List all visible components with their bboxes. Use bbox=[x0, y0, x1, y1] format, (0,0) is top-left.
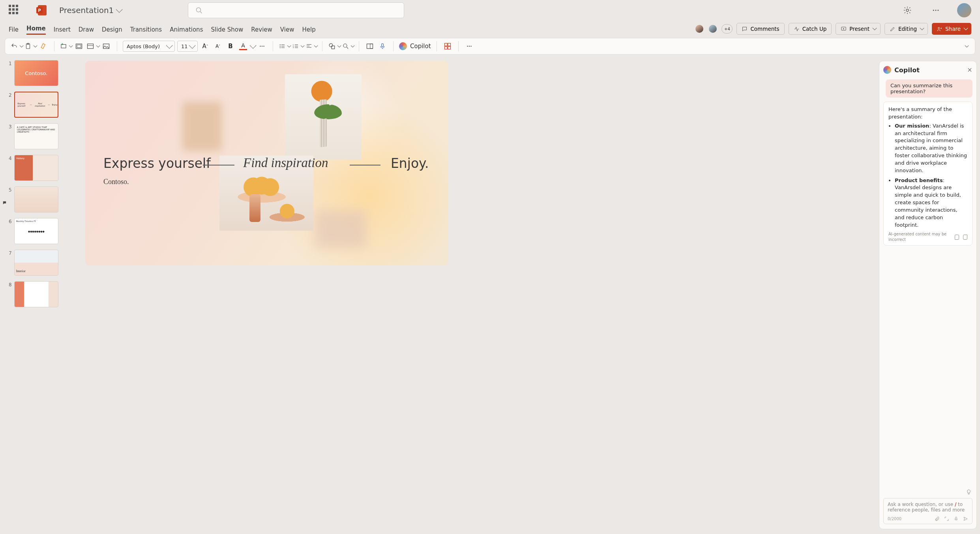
increase-font-button[interactable]: A˄ bbox=[200, 41, 210, 51]
svg-rect-30 bbox=[370, 44, 373, 49]
svg-point-19 bbox=[280, 44, 281, 45]
menu-transitions[interactable]: Transitions bbox=[130, 24, 162, 35]
grid-icon bbox=[444, 42, 452, 50]
chevron-down-icon bbox=[189, 42, 196, 49]
expand-button[interactable] bbox=[944, 516, 949, 521]
slide-thumbnail-pane: 1Contoso. 2Express yourself—Find inspira… bbox=[0, 56, 62, 534]
gear-icon bbox=[903, 6, 912, 15]
decrease-font-button[interactable]: A˅ bbox=[213, 41, 223, 51]
copilot-prompt-input[interactable]: Ask a work question, or use / to referen… bbox=[883, 498, 973, 524]
slide-thumbnail[interactable]: A CAFÉ & ART STUDIO THAT CELEBRATES CRAF… bbox=[14, 123, 58, 149]
document-title-dropdown[interactable]: Presentation1 bbox=[59, 6, 121, 15]
divider-line bbox=[350, 165, 380, 165]
slide-thumbnail[interactable] bbox=[14, 186, 58, 212]
bold-button[interactable]: B bbox=[225, 41, 236, 51]
menu-draw[interactable]: Draw bbox=[79, 24, 94, 35]
format-painter-button[interactable] bbox=[38, 41, 49, 51]
slide-thumbnail[interactable]: Contoso. bbox=[14, 60, 58, 86]
thumbs-down-button[interactable] bbox=[963, 235, 967, 240]
menu-file[interactable]: File bbox=[9, 24, 19, 35]
slide-heading[interactable]: Enjoy. bbox=[391, 156, 429, 171]
picture-button[interactable] bbox=[101, 41, 111, 51]
catchup-label: Catch Up bbox=[802, 26, 827, 32]
suggestions-button[interactable] bbox=[965, 487, 973, 496]
font-color-button[interactable]: A bbox=[238, 41, 248, 51]
send-button[interactable] bbox=[963, 516, 968, 521]
menu-review[interactable]: Review bbox=[251, 24, 272, 35]
collaborator-avatar[interactable] bbox=[708, 24, 718, 34]
search-input[interactable] bbox=[188, 2, 404, 18]
menu-home[interactable]: Home bbox=[26, 23, 46, 35]
slide-number: 1 bbox=[8, 60, 12, 86]
settings-button[interactable] bbox=[900, 3, 914, 17]
present-icon bbox=[841, 26, 847, 32]
chevron-down-icon[interactable] bbox=[250, 42, 257, 49]
chevron-down-icon bbox=[965, 43, 969, 47]
paste-button[interactable] bbox=[24, 41, 36, 51]
menu-insert[interactable]: Insert bbox=[54, 24, 71, 35]
ai-disclaimer: AI-generated content may be incorrect bbox=[888, 231, 951, 243]
svg-point-4 bbox=[935, 10, 937, 11]
svg-point-5 bbox=[937, 10, 939, 11]
svg-rect-29 bbox=[367, 44, 373, 49]
account-avatar[interactable] bbox=[957, 3, 971, 17]
align-button[interactable] bbox=[305, 41, 317, 51]
close-pane-button[interactable] bbox=[967, 67, 973, 73]
ai-bullet: Our mission: VanArsdel is an architectur… bbox=[895, 122, 967, 175]
slide-thumbnail[interactable]: Monthly Timeline FY●●●●●●●● bbox=[14, 218, 58, 244]
comments-button[interactable]: Comments bbox=[736, 23, 784, 35]
attach-button[interactable] bbox=[934, 516, 940, 521]
layout-button[interactable] bbox=[86, 41, 99, 51]
new-slide-button[interactable] bbox=[60, 41, 71, 51]
copilot-ribbon-button[interactable]: Copilot bbox=[399, 42, 431, 50]
thumbs-up-button[interactable] bbox=[955, 235, 959, 240]
menu-design[interactable]: Design bbox=[102, 24, 122, 35]
svg-text:3: 3 bbox=[293, 47, 294, 49]
more-commands-button[interactable] bbox=[464, 41, 474, 51]
svg-point-7 bbox=[938, 27, 940, 29]
slide-thumbnail[interactable]: Express yourself—Find inspiration—Enjoy. bbox=[14, 92, 58, 118]
slide-canvas[interactable]: Express yourself Find inspiration Enjoy.… bbox=[85, 61, 448, 265]
collapse-ribbon-button[interactable] bbox=[961, 41, 971, 51]
catch-up-button[interactable]: Catch Up bbox=[789, 23, 832, 35]
dictate-button[interactable] bbox=[377, 41, 388, 51]
svg-point-16 bbox=[260, 46, 260, 47]
grid-view-button[interactable] bbox=[442, 41, 453, 51]
numbering-icon: 123 bbox=[292, 43, 299, 50]
slide-heading[interactable]: Find inspiration bbox=[243, 156, 328, 170]
slide-heading[interactable]: Express yourself bbox=[103, 156, 211, 171]
svg-rect-12 bbox=[77, 45, 81, 48]
find-button[interactable] bbox=[342, 41, 353, 51]
menu-animations[interactable]: Animations bbox=[170, 24, 203, 35]
slide-thumbnail[interactable]: History bbox=[14, 155, 58, 181]
menu-view[interactable]: View bbox=[280, 24, 294, 35]
slide-thumbnail[interactable]: Interior bbox=[14, 250, 58, 276]
slide-brand-text[interactable]: Contoso. bbox=[103, 178, 129, 186]
bullets-button[interactable] bbox=[279, 41, 290, 51]
undo-button[interactable] bbox=[11, 41, 22, 51]
search-icon bbox=[342, 43, 349, 50]
new-slide-icon bbox=[60, 43, 67, 50]
collaborator-overflow-count[interactable]: +4 bbox=[721, 24, 733, 34]
slide-number: 2 bbox=[8, 92, 12, 118]
designer-button[interactable] bbox=[365, 41, 375, 51]
present-button[interactable]: Present bbox=[836, 23, 881, 35]
chevron-down-icon bbox=[872, 26, 877, 30]
app-launcher-icon[interactable] bbox=[9, 5, 20, 16]
slide-thumbnail[interactable] bbox=[14, 281, 58, 307]
editing-mode-button[interactable]: Editing bbox=[884, 23, 928, 35]
share-button[interactable]: Share bbox=[932, 23, 971, 35]
font-size-select[interactable]: 11 bbox=[177, 41, 198, 52]
menu-slideshow[interactable]: Slide Show bbox=[211, 24, 243, 35]
shapes-button[interactable] bbox=[328, 41, 340, 51]
more-font-button[interactable] bbox=[257, 41, 267, 51]
slide-preview-button[interactable] bbox=[74, 41, 84, 51]
menu-help[interactable]: Help bbox=[302, 24, 315, 35]
more-options-button[interactable] bbox=[929, 3, 943, 17]
format-painter-icon bbox=[39, 42, 47, 50]
font-family-select[interactable]: Aptos (Body) bbox=[123, 41, 175, 52]
slide-image[interactable] bbox=[285, 74, 362, 160]
numbering-button[interactable]: 123 bbox=[292, 41, 303, 51]
collaborator-avatar[interactable] bbox=[695, 24, 704, 34]
voice-input-button[interactable] bbox=[953, 516, 959, 521]
